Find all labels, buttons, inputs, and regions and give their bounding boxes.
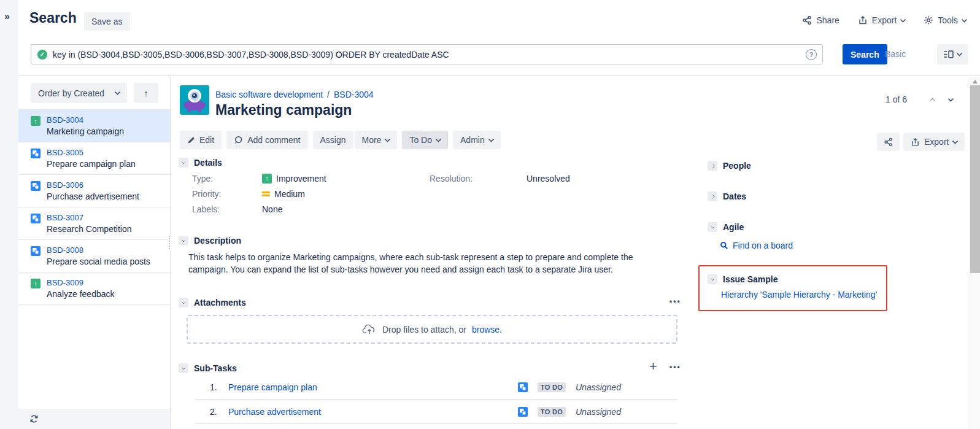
- chevron-up-icon: [929, 97, 935, 103]
- issue-toolbar: Edit Add comment Assign More To Do Admin: [180, 131, 501, 149]
- scrollbar-thumb[interactable]: [970, 85, 980, 273]
- tools-menu-button[interactable]: Tools: [924, 15, 966, 25]
- share-issue-button[interactable]: [877, 133, 900, 151]
- description-section-header: Description: [179, 236, 241, 245]
- find-on-board-link[interactable]: Find on a board: [720, 241, 793, 250]
- project-avatar[interactable]: [180, 85, 209, 115]
- issue-item-text: BSD-3006 Purchase advertisement: [47, 180, 139, 203]
- previous-issue-button[interactable]: [923, 98, 941, 102]
- issue-key-link[interactable]: BSD-3006: [47, 180, 139, 191]
- export-icon: [858, 15, 868, 25]
- save-as-button[interactable]: Save as: [84, 12, 130, 31]
- subtask-type-icon: [31, 246, 41, 256]
- jql-input[interactable]: ✓ key in (BSD-3004,BSD-3005,BSD-3006,BSD…: [31, 44, 823, 64]
- issue-sample-heading: Issue Sample: [723, 274, 778, 284]
- share-button[interactable]: Share: [802, 15, 839, 25]
- add-subtask-button[interactable]: +: [649, 358, 657, 374]
- chevron-right-icon: [710, 194, 714, 198]
- layout-switcher-button[interactable]: [937, 44, 968, 64]
- vertical-scrollbar[interactable]: [970, 77, 980, 429]
- comment-icon: [234, 136, 243, 145]
- pencil-icon: [187, 136, 195, 144]
- issue-list-item-selected[interactable]: ↑ BSD-3004 Marketing campaign: [18, 110, 170, 142]
- issue-key-link[interactable]: BSD-3005: [47, 147, 136, 158]
- chevron-down-icon: [181, 365, 185, 369]
- export-icon: [911, 137, 920, 147]
- issue-summary: Marketing campaign: [47, 126, 124, 137]
- export-label: Export: [872, 15, 897, 25]
- subtask-title-link[interactable]: Purchase advertisement: [228, 407, 518, 417]
- next-issue-button[interactable]: [941, 98, 960, 102]
- browse-files-link[interactable]: browse.: [472, 325, 502, 334]
- issue-key-link[interactable]: BSD-3008: [47, 245, 150, 256]
- breadcrumb-issue-key-link[interactable]: BSD-3004: [334, 90, 374, 99]
- issue-toolbar-right: Export: [877, 133, 965, 151]
- hierarchy-link[interactable]: Hierarchy 'Sample Hierarchy - Marketing': [721, 290, 877, 300]
- subtask-title-link[interactable]: Prepare campaign plan: [228, 382, 518, 392]
- resolution-value: Unresolved: [527, 174, 570, 184]
- status-badge: TO DO: [538, 407, 566, 417]
- export-issue-button[interactable]: Export: [903, 133, 965, 151]
- collapse-attachments-button[interactable]: [179, 298, 188, 307]
- export-menu-button[interactable]: Export: [858, 15, 905, 25]
- jql-query-text[interactable]: key in (BSD-3004,BSD-3005,BSD-3006,BSD-3…: [53, 50, 449, 60]
- order-by-dropdown[interactable]: Order by Created: [31, 83, 127, 103]
- collapse-issue-sample-button[interactable]: [708, 274, 717, 284]
- issue-key-link[interactable]: BSD-3007: [47, 212, 132, 223]
- agile-heading: Agile: [723, 222, 744, 232]
- valid-query-icon: ✓: [37, 50, 47, 60]
- share-icon: [802, 15, 812, 25]
- issue-list-item[interactable]: ↑ BSD-3009 Analyze feedback: [18, 272, 170, 305]
- add-comment-label: Add comment: [247, 135, 300, 145]
- panel-resize-handle[interactable]: [166, 234, 172, 250]
- resolution-label: Resolution:: [430, 174, 527, 184]
- expand-sidebar-icon[interactable]: »: [4, 11, 10, 22]
- collapse-description-button[interactable]: [179, 236, 188, 245]
- scrollbar-up-arrow[interactable]: [973, 80, 978, 83]
- labels-value: None: [262, 204, 430, 214]
- subtasks-more-menu[interactable]: •••: [669, 363, 681, 371]
- refresh-icon[interactable]: [29, 414, 39, 423]
- admin-menu-button[interactable]: Admin: [453, 131, 501, 149]
- chevron-down-icon: [957, 50, 963, 56]
- collapse-agile-button[interactable]: [708, 222, 717, 232]
- chevron-down-icon: [488, 136, 494, 142]
- syntax-help-icon[interactable]: ?: [806, 49, 817, 60]
- edit-button[interactable]: Edit: [180, 131, 222, 149]
- basic-mode-link[interactable]: Basic: [885, 49, 906, 59]
- add-comment-button[interactable]: Add comment: [226, 131, 307, 149]
- pager-position: 1 of 6: [885, 95, 907, 104]
- people-section-header: People: [708, 161, 751, 171]
- collapse-subtasks-button[interactable]: [179, 363, 188, 373]
- sort-ascending-icon: ↑: [144, 88, 149, 98]
- attachments-heading: Attachments: [194, 298, 246, 307]
- chevron-down-icon: [181, 160, 185, 164]
- issue-key-link[interactable]: BSD-3004: [47, 115, 124, 126]
- subtask-row[interactable]: 2. Purchase advertisement TO DO Unassign…: [195, 400, 677, 424]
- attachments-more-menu[interactable]: •••: [669, 298, 681, 305]
- more-menu-button[interactable]: More: [355, 131, 398, 149]
- top-actions: Share Export Tools: [802, 15, 966, 25]
- expand-people-button[interactable]: [708, 161, 717, 171]
- subtask-number: 2.: [210, 407, 228, 417]
- search-button[interactable]: Search: [843, 44, 887, 64]
- issue-list-item[interactable]: BSD-3008 Prepare social media posts: [18, 240, 170, 272]
- subtask-row[interactable]: 1. Prepare campaign plan TO DO Unassigne…: [195, 375, 677, 400]
- issue-list-item[interactable]: BSD-3007 Research Competition: [18, 207, 170, 240]
- arrow-up-glyph: ↑: [34, 280, 37, 287]
- status-transition-button[interactable]: To Do: [402, 131, 448, 149]
- issue-list-item[interactable]: BSD-3006 Purchase advertisement: [18, 175, 170, 207]
- export-issue-label: Export: [924, 137, 949, 147]
- expand-dates-button[interactable]: [708, 191, 717, 201]
- assign-button[interactable]: Assign: [313, 131, 353, 149]
- collapse-details-button[interactable]: [179, 158, 188, 168]
- issue-key-link[interactable]: BSD-3009: [47, 277, 115, 288]
- issue-item-text: BSD-3008 Prepare social media posts: [47, 245, 150, 268]
- type-label: Type:: [192, 174, 262, 184]
- issue-list-item[interactable]: BSD-3005 Prepare campaign plan: [18, 142, 170, 175]
- subtasks-heading: Sub-Tasks: [194, 363, 237, 373]
- subtask-type-icon: [31, 149, 41, 158]
- sort-direction-button[interactable]: ↑: [134, 83, 158, 103]
- attachment-dropzone[interactable]: Drop files to attach, or browse.: [187, 315, 677, 344]
- breadcrumb-project-link[interactable]: Basic software development: [215, 90, 323, 99]
